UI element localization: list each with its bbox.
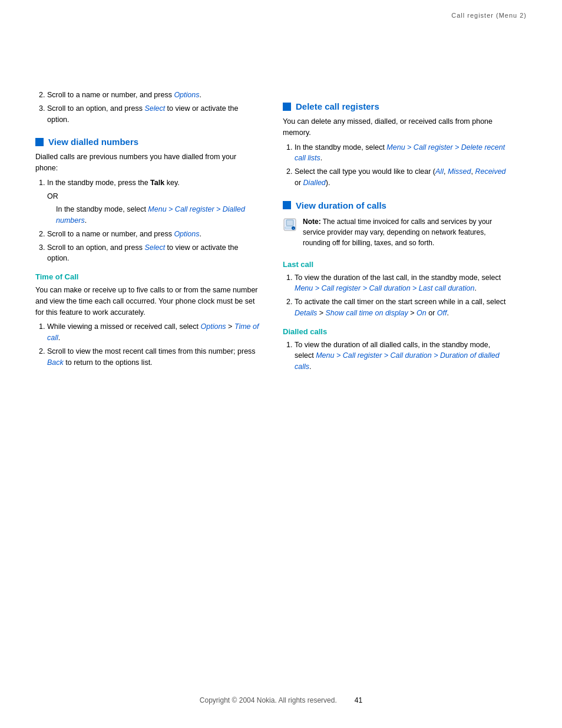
delete-link: Menu > Call register > Delete recent cal…	[295, 143, 505, 163]
list-item: To view the duration of the last call, i…	[295, 272, 507, 295]
delete-heading: Delete call registers	[283, 101, 507, 111]
or-text: OR	[47, 191, 259, 202]
view-dialled-list: In the standby mode, press the Talk key.…	[47, 177, 259, 264]
options-link: Options	[174, 91, 199, 99]
intro-list: Scroll to a name or number, and press Op…	[47, 90, 259, 125]
note-box: i Note: The actual time invoiced for cal…	[283, 216, 507, 252]
all-link: All	[435, 167, 444, 176]
view-dialled-heading: View dialled numbers	[35, 137, 259, 147]
select-link2: Select	[144, 243, 165, 252]
delete-intro: You can delete any missed, dialled, or r…	[283, 116, 507, 139]
note-bold: Note:	[303, 218, 321, 226]
off-link: Off	[437, 309, 447, 317]
list-item: Scroll to an option, and press Select to…	[47, 103, 259, 126]
list-item: Scroll to view the most recent call time…	[47, 346, 259, 368]
footer-page-number: 41	[355, 696, 362, 704]
list-item: Select the call type you would like to c…	[295, 166, 507, 189]
or-sub: In the standby mode, select Menu > Call …	[56, 204, 259, 226]
view-dialled-intro: Dialled calls are previous numbers you h…	[35, 151, 259, 174]
blue-square-icon3	[283, 201, 291, 209]
dialled-calls-heading: Dialled calls	[283, 327, 507, 336]
list-item: Scroll to a name or number, and press Op…	[47, 229, 259, 240]
options-link2: Options	[174, 230, 199, 238]
on-link: On	[416, 309, 427, 317]
list-item: Scroll to a name or number, and press Op…	[47, 90, 259, 101]
dialled-calls-list: To view the duration of all dialled call…	[295, 340, 507, 373]
talk-key: Talk	[150, 179, 164, 187]
note-icon: i	[283, 218, 297, 232]
dialled-link: Dialled	[303, 179, 326, 187]
received-link: Received	[475, 167, 505, 176]
page: Call register (Menu 2) Scroll to a name …	[0, 0, 562, 728]
last-call-duration-link: Menu > Call register > Call duration > L…	[295, 284, 474, 292]
menu-dialled-link: Menu > Call register > Dialled numbers	[56, 205, 245, 225]
missed-link: Missed	[448, 167, 471, 176]
last-call-heading: Last call	[283, 260, 507, 269]
last-call-list: To view the duration of the last call, i…	[295, 272, 507, 319]
view-duration-heading: View duration of calls	[283, 200, 507, 210]
back-link: Back	[47, 358, 64, 367]
list-item: To view the duration of all dialled call…	[295, 340, 507, 373]
page-label: Call register (Menu 2)	[0, 0, 562, 19]
list-item: While viewing a missed or received call,…	[47, 321, 259, 344]
time-of-call-intro: You can make or receive up to five calls…	[35, 285, 259, 318]
time-of-call-list: While viewing a missed or received call,…	[47, 321, 259, 368]
blue-square-icon	[35, 138, 44, 146]
list-item: Scroll to an option, and press Select to…	[47, 242, 259, 265]
list-item: In the standby mode, select Menu > Call …	[295, 142, 507, 164]
right-column: Delete call registers You can delete any…	[283, 90, 507, 377]
blue-square-icon2	[283, 103, 291, 111]
time-of-call-link: Time of call	[47, 322, 259, 342]
details-link: Details	[295, 309, 317, 317]
dialled-calls-duration-link: Menu > Call register > Call duration > D…	[295, 351, 500, 371]
svg-text:i: i	[293, 227, 293, 230]
note-text: Note: The actual time invoiced for calls…	[303, 216, 507, 248]
left-column: Scroll to a name or number, and press Op…	[35, 90, 259, 377]
delete-list: In the standby mode, select Menu > Call …	[295, 142, 507, 189]
list-item: In the standby mode, press the Talk key.…	[47, 177, 259, 226]
time-of-call-heading: Time of Call	[35, 272, 259, 281]
svg-rect-1	[286, 220, 293, 226]
options-link3: Options	[201, 322, 226, 331]
footer: Copyright © 2004 Nokia. All rights reser…	[0, 696, 562, 704]
select-link: Select	[144, 104, 165, 113]
footer-copyright: Copyright © 2004 Nokia. All rights reser…	[200, 696, 337, 704]
show-call-time-link: Show call time on display	[325, 309, 408, 317]
list-item: To activate the call timer on the start …	[295, 297, 507, 319]
